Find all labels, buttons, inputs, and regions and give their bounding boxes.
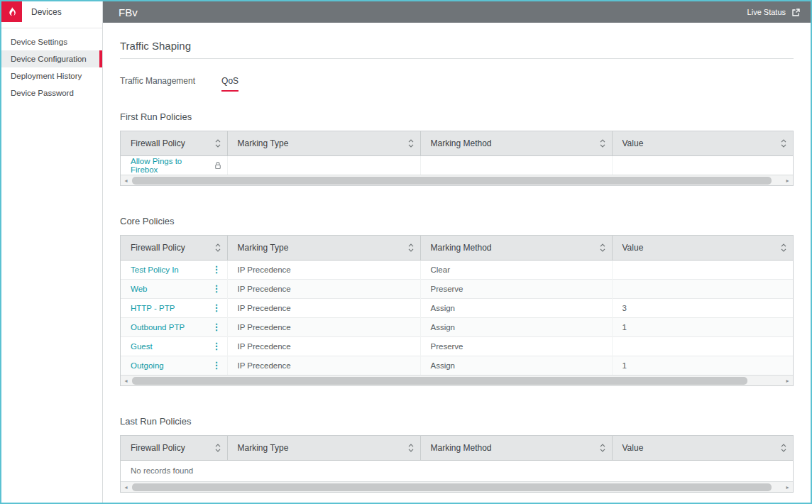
column-header-firewall-policy[interactable]: Firewall Policy <box>121 131 227 155</box>
page-title: Traffic Shaping <box>120 40 794 52</box>
scroll-left-arrow[interactable]: ◂ <box>121 175 131 185</box>
table-row: HTTP - PTP ⋮ IP Precedence Assign 3 <box>121 298 793 317</box>
first-run-policies-table: Firewall Policy Marking Type Marking Met… <box>120 131 794 186</box>
no-records-message: No records found <box>121 460 793 481</box>
table-header-row: Firewall Policy Marking Type Marking Met… <box>121 436 793 460</box>
value-cell: 1 <box>612 317 793 336</box>
main-area: FBv Live Status Traffic Shaping Traffic … <box>103 1 811 503</box>
sidebar: Devices Device Settings Device Configura… <box>1 1 103 503</box>
sort-icon <box>781 444 786 452</box>
firewall-policy-cell: Web ⋮ <box>121 279 227 298</box>
column-header-marking-method[interactable]: Marking Method <box>420 236 612 260</box>
device-title: FBv <box>119 6 138 18</box>
firewall-policy-cell: Outbound PTP ⋮ <box>121 317 227 336</box>
policy-link[interactable]: Guest <box>131 342 153 351</box>
marking-type-cell: IP Precedence <box>227 260 420 279</box>
policy-link[interactable]: Web <box>131 285 147 293</box>
kebab-menu-icon[interactable]: ⋮ <box>212 361 221 370</box>
scroll-right-arrow[interactable]: ▸ <box>782 175 793 185</box>
kebab-menu-icon[interactable]: ⋮ <box>212 285 221 293</box>
section-heading: Core Policies <box>120 216 794 226</box>
value-cell: 3 <box>612 298 793 317</box>
section-heading: Last Run Policies <box>120 416 794 427</box>
kebab-menu-icon[interactable]: ⋮ <box>212 304 221 312</box>
tab-traffic-management[interactable]: Traffic Management <box>120 76 195 92</box>
sidebar-item-device-configuration[interactable]: Device Configuration <box>1 50 102 67</box>
watchguard-flame-logo[interactable] <box>1 1 22 22</box>
scroll-left-arrow[interactable]: ◂ <box>121 482 131 492</box>
horizontal-scrollbar: ◂ ▸ <box>121 175 793 185</box>
sort-icon <box>600 444 605 452</box>
firewall-policy-cell: HTTP - PTP ⋮ <box>121 298 227 317</box>
sort-icon <box>408 243 414 252</box>
sort-icon <box>215 243 221 252</box>
marking-method-cell: Preserve <box>420 279 612 298</box>
live-status-link[interactable]: Live Status <box>747 8 801 17</box>
app-window: Devices Device Settings Device Configura… <box>0 0 812 504</box>
marking-method-cell: Assign <box>420 356 612 375</box>
column-header-value[interactable]: Value <box>612 131 793 155</box>
kebab-menu-icon[interactable]: ⋮ <box>212 265 221 274</box>
sort-icon <box>408 444 414 452</box>
table-row: Guest ⋮ IP Precedence Preserve <box>121 336 793 356</box>
scroll-left-arrow[interactable]: ◂ <box>121 376 131 385</box>
external-link-icon <box>791 8 801 17</box>
policy-link[interactable]: Outgoing <box>131 361 164 370</box>
policy-link[interactable]: Outbound PTP <box>131 323 185 332</box>
column-header-marking-method[interactable]: Marking Method <box>420 131 612 155</box>
lock-icon <box>214 161 221 170</box>
column-header-firewall-policy[interactable]: Firewall Policy <box>121 236 227 260</box>
marking-type-cell <box>227 155 420 175</box>
column-header-firewall-policy[interactable]: Firewall Policy <box>121 436 227 460</box>
firewall-policy-cell: Outgoing ⋮ <box>121 356 227 375</box>
firewall-policy-cell: Test Policy In ⋮ <box>121 260 227 279</box>
table-header-row: Firewall Policy Marking Type Marking Met… <box>121 131 793 155</box>
sort-icon <box>781 139 786 148</box>
marking-method-cell: Preserve <box>420 336 612 356</box>
scroll-right-arrow[interactable]: ▸ <box>782 482 793 492</box>
empty-table-row: No records found <box>121 460 793 481</box>
scrollbar-thumb[interactable] <box>132 377 747 385</box>
sidebar-item-device-settings[interactable]: Device Settings <box>1 33 102 50</box>
column-header-value[interactable]: Value <box>612 236 793 260</box>
table-header-row: Firewall Policy Marking Type Marking Met… <box>121 236 793 260</box>
marking-method-cell <box>420 155 612 175</box>
column-header-marking-type[interactable]: Marking Type <box>227 131 420 155</box>
sidebar-header: Devices <box>1 1 102 28</box>
column-header-value[interactable]: Value <box>612 436 793 460</box>
kebab-menu-icon[interactable]: ⋮ <box>212 342 221 351</box>
marking-type-cell: IP Precedence <box>227 317 420 336</box>
marking-type-cell: IP Precedence <box>227 298 420 317</box>
horizontal-scrollbar: ◂ ▸ <box>121 375 793 385</box>
tab-qos[interactable]: QoS <box>221 76 238 92</box>
firewall-policy-cell: Allow Pings to Firebox <box>121 155 227 175</box>
section-heading: First Run Policies <box>120 111 794 122</box>
scrollbar-thumb[interactable] <box>132 177 772 185</box>
scroll-right-arrow[interactable]: ▸ <box>782 376 793 385</box>
table-row: Allow Pings to Firebox <box>121 155 793 175</box>
sort-icon <box>215 139 221 148</box>
content-area: Traffic Shaping Traffic Management QoS F… <box>103 23 811 503</box>
policy-link[interactable]: Test Policy In <box>131 265 179 274</box>
sidebar-item-deployment-history[interactable]: Deployment History <box>1 67 102 84</box>
marking-type-cell: IP Precedence <box>227 279 420 298</box>
horizontal-scrollbar: ◂ ▸ <box>121 481 793 492</box>
sidebar-item-device-password[interactable]: Device Password <box>1 84 102 102</box>
flame-icon <box>6 6 18 18</box>
value-cell: 1 <box>612 356 793 375</box>
scrollbar-thumb[interactable] <box>132 483 772 491</box>
last-run-policies-table: Firewall Policy Marking Type Marking Met… <box>120 435 794 493</box>
column-header-marking-type[interactable]: Marking Type <box>227 436 420 460</box>
column-header-marking-method[interactable]: Marking Method <box>420 436 612 460</box>
value-cell <box>612 155 793 175</box>
kebab-menu-icon[interactable]: ⋮ <box>212 323 221 332</box>
sidebar-title: Devices <box>31 7 62 17</box>
marking-type-cell: IP Precedence <box>227 356 420 375</box>
title-divider <box>120 58 794 59</box>
first-run-policies-section: First Run Policies Firewall Policy Marki… <box>120 111 794 186</box>
policy-link[interactable]: Allow Pings to Firebox <box>131 157 182 174</box>
last-run-policies-section: Last Run Policies Firewall Policy Markin… <box>120 416 794 493</box>
column-header-marking-type[interactable]: Marking Type <box>227 236 420 260</box>
sort-icon <box>600 139 605 148</box>
policy-link[interactable]: HTTP - PTP <box>131 304 175 312</box>
